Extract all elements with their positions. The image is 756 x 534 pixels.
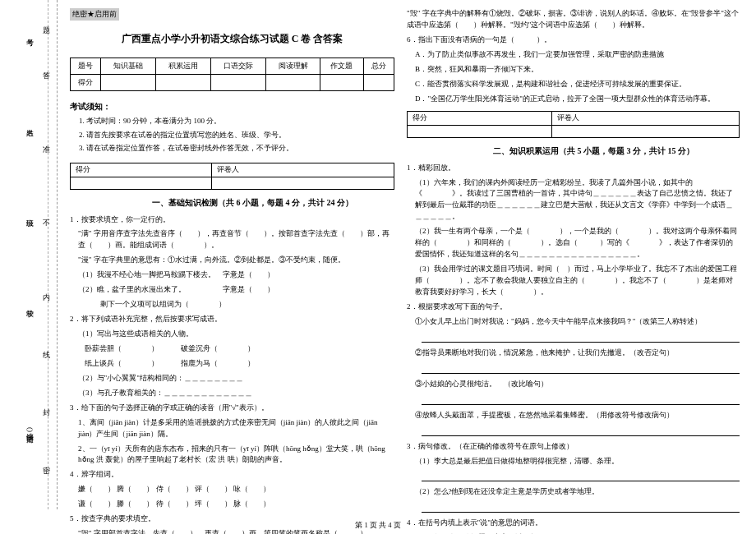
r-q2d: ④放蜂人头戴面罩，手提蜜板，在悠然地采着集蜂蜜。（用修改符号修改病句） [407,410,740,421]
sb2-marker: 评卷人 [552,111,740,125]
q3b: 2、一（yī yí）天所有的唐东杰布，招来的只有一（yī yí）阵哄（hōng … [70,444,394,467]
page-footer: 第 1 页 共 4 页 [0,521,756,531]
q1e: 剩下一个义项可以组词为（ ） [70,299,394,311]
td-score-label: 得分 [71,75,101,91]
secret-tag: 绝密★启用前 [70,8,119,21]
th-4: 阅读理解 [265,58,320,75]
r-q3b: （2）怎么?他到现在还没拿定主意是学历史或者学地理。 [407,486,740,498]
right-column: "毁" 字在字典中的解释有①烧毁。②破坏，损害。③诽谤，说别人的坏话。④败坏。在… [407,8,740,534]
answer-line [422,333,740,343]
notice-item: 请在试卷指定位置作答，在试卷密封线外作答无效，不予评分。 [86,143,394,154]
sb2-score: 得分 [408,111,552,125]
th-1: 知识基础 [101,58,156,75]
notice-item: 考试时间：90 分钟，本卷满分为 100 分。 [86,116,394,127]
r-q2c: ③小姑娘的心灵很纯洁。 （改比喻句） [407,379,740,390]
field-town: 乡镇(街道) [25,427,35,432]
r-q2a: ①小女儿早上出门时对我说："妈妈，您今天中午能早点来接我吗？"（改第三人称转述） [407,316,740,328]
marker-box-2: 得分评卷人 [407,111,740,138]
q1c: （1）我漫不经心地一脚把马鞍踢下楼去。 字意是（ ） [70,269,394,281]
r-q3a: （1）李大总是最后把值日做得地整明得很完整，清哪、条理。 [407,456,740,467]
q4b: 谦（ ） 滕（ ） 待（ ） 坪（ ） 脉（ ） [70,499,394,510]
notice-heading: 考试须知： [70,101,394,113]
table-row: 得分 [71,75,394,91]
th-6: 总分 [363,58,394,75]
notice-item: 请首先按要求在试卷的指定位置填写您的姓名、班级、学号。 [86,130,394,141]
th-2: 积累运用 [156,58,211,75]
r-q2b: ②指导员果断地对我们说，情况紧急，他来掩护，让我们先撤退。（改否定句） [407,348,740,359]
q1d: （2）瞧，盆子里的水漫出来了。 字意是（ ） [70,284,394,296]
q3a: 1、离间（jiān jiàn）计是多采用的造谣挑拨的方式使亲密无间（jiān j… [70,417,394,440]
q2b1: 卧薪尝胆（ ） 破釜沉舟（ ） [70,343,394,355]
exam-title: 广西重点小学小升初语文综合练习试题 C 卷 含答案 [70,32,394,46]
section1-title: 一、基础知识检测（共 6 小题，每题 4 分，共计 24 分） [111,197,394,209]
score-table: 题号 知识基础 积累运用 口语交际 阅读理解 作文题 总分 得分 [70,58,394,91]
sb-marker: 评卷人 [212,163,394,177]
q1: 1．按要求填空，你一定行的。 [70,214,394,226]
q1a: "满" 字用音序查字法先查音序（ ），再查音节（ ）。按部首查字法先查（ ）部，… [70,228,394,251]
q5b: "毁" 字在字典中的解释有①烧毁。②破坏，损害。③诽谤，说别人的坏话。④败坏。在… [407,8,740,31]
th-5: 作文题 [320,58,363,75]
r-q1a: （1）六年来，我们的课内外阅读经历一定精彩纷呈。我读了几篇外国小说，如其中的《 … [407,177,740,223]
answer-line [422,472,740,481]
q2: 2．将下列成语补充完整，然后按要求写成语。 [70,314,394,325]
answer-line [422,395,740,405]
answer-line [422,503,740,513]
q2a: （1）写出与这些成语相关的人物。 [70,329,394,340]
section2-title: 二、知识积累运用（共 5 小题，每题 3 分，共计 15 分） [448,145,740,157]
marker-box: 得分评卷人 [70,163,394,190]
q2b2: 纸上谈兵（ ） 指鹿为马（ ） [70,358,394,370]
q4a: 嫌（ ） 腾（ ） 侍（ ） 评（ ） 咏（ ） [70,484,394,495]
th-num: 题号 [71,58,101,75]
r-q1c: （3）我会用学过的课文题目巧填词。时间（ ）而过，马上小学毕业了。我忘不了杰出的… [407,264,740,298]
binding-sidebar: 考号 姓名 班级 学校 乡镇(街道) 题 答 准 不 内 线 封 密 [0,0,58,509]
q6b: B．突然，狂风和暴雨一齐倾泻下来。 [407,64,740,76]
table-row: 题号 知识基础 积累运用 口语交际 阅读理解 作文题 总分 [71,58,394,75]
th-3: 口语交际 [210,58,265,75]
answer-line [422,364,740,374]
q3: 3．给下面的句子选择正确的字或正确的读音（用"√"表示）。 [70,403,394,414]
left-column: 绝密★启用前 广西重点小学小升初语文综合练习试题 C 卷 含答案 题号 知识基础… [70,8,394,534]
dashed-fold-line [48,0,48,509]
r-q2: 2．根据要求改写下面的句子。 [407,302,740,313]
r-q1b: （2）我一生有两个母亲，一个是（ ），一个是我的（ ）。我对这两个母亲怀着同样的… [407,226,740,260]
q2d: （3）与孔子教育相关的：＿＿＿＿＿＿＿＿＿＿＿＿ [70,388,394,399]
r-q1: 1．精彩回放。 [407,163,740,174]
q6c: C．能否贯彻落实科学发展观，是构建和谐社会，促进经济可持续发展的重要保证。 [407,79,740,90]
q6a: A．为了防止类似事故不再发生，我们一定要加强管理，采取严密的防患措施 [407,49,740,61]
sb-score: 得分 [71,163,212,177]
q1b: "漫" 字在字典里的意思有：①水过满，向外流。②到处都是。③不受约束，随便。 [70,255,394,266]
q4: 4．辨字组词。 [70,469,394,481]
r-q3: 3．病句修改。（在正确的修改符号在原句上修改） [407,441,740,453]
q2c: （2）与"小心翼翼"结构相同的：＿＿＿＿＿＿＿＿ [70,373,394,384]
q6d: D．"全国亿万学生阳光体育运动"的正式启动，拉开了全国一项大型群众性的体育活动序… [407,94,740,105]
notice-list: 考试时间：90 分钟，本卷满分为 100 分。 请首先按要求在试卷的指定位置填写… [70,116,394,157]
answer-line [422,426,740,436]
q6: 6．指出下面没有语病的一句是（ ）。 [407,35,740,46]
